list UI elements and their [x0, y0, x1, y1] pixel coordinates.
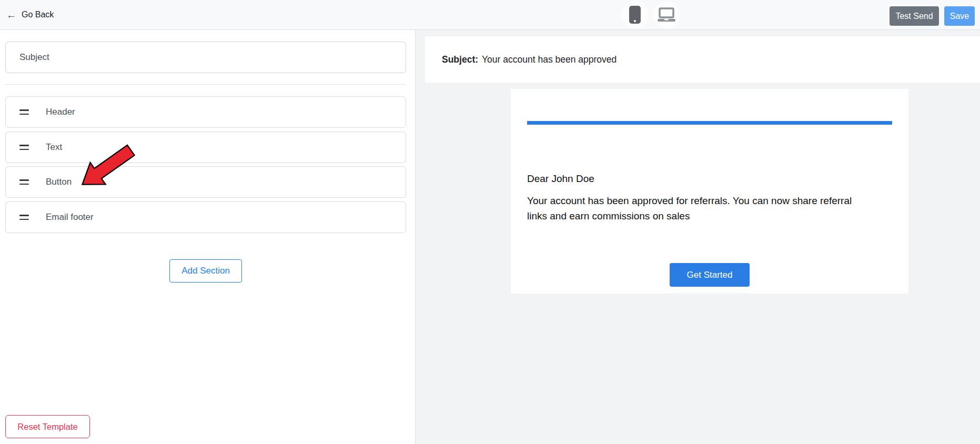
preview-subject-value: Your account has been approved — [482, 54, 617, 65]
section-row-text[interactable]: Text — [5, 132, 406, 163]
email-body-text: Your account has been approved for refer… — [527, 193, 874, 224]
section-label: Button — [46, 177, 72, 187]
device-preview-toggle — [621, 0, 680, 29]
drag-handle-icon[interactable] — [19, 215, 29, 220]
test-send-button[interactable]: Test Send — [890, 6, 939, 26]
email-template-editor: ← Go Back Test Send Save Hea — [0, 0, 980, 444]
email-content: Dear John Doe Your account has been appr… — [511, 121, 908, 224]
top-toolbar: ← Go Back Test Send Save — [0, 0, 980, 30]
reset-template-button[interactable]: Reset Template — [5, 415, 90, 438]
preview-subject-label: Subject: — [442, 54, 478, 65]
section-row-header[interactable]: Header — [5, 96, 406, 128]
email-greeting: Dear John Doe — [527, 173, 892, 185]
panel-divider — [5, 84, 406, 85]
go-back-label: Go Back — [22, 10, 54, 19]
section-label: Email footer — [46, 212, 94, 223]
email-preview-card: Dear John Doe Your account has been appr… — [511, 89, 908, 294]
subject-input[interactable] — [5, 42, 406, 73]
email-header-divider — [527, 121, 892, 125]
drag-handle-icon[interactable] — [19, 109, 29, 115]
section-label: Header — [46, 107, 75, 117]
toolbar-actions: Test Send Save — [890, 6, 975, 26]
drag-handle-icon[interactable] — [19, 145, 29, 150]
section-row-email-footer[interactable]: Email footer — [5, 201, 406, 233]
section-row-button[interactable]: Button — [5, 166, 406, 198]
laptop-icon — [657, 7, 676, 23]
back-arrow-icon: ← — [6, 10, 16, 20]
template-sections-panel: Header Text Button Email footer Add Sect… — [0, 30, 416, 444]
desktop-preview-button[interactable] — [653, 1, 680, 28]
drag-handle-icon[interactable] — [19, 179, 29, 185]
preview-subject-bar: Subject: Your account has been approved — [425, 36, 980, 83]
email-preview-panel: Subject: Your account has been approved … — [416, 30, 980, 444]
save-button[interactable]: Save — [944, 6, 975, 26]
mobile-preview-button[interactable] — [621, 1, 649, 28]
add-section-button[interactable]: Add Section — [169, 259, 242, 282]
go-back-button[interactable]: ← Go Back — [6, 0, 54, 29]
get-started-button[interactable]: Get Started — [670, 263, 750, 287]
mobile-phone-icon — [629, 6, 641, 24]
section-label: Text — [46, 142, 62, 153]
